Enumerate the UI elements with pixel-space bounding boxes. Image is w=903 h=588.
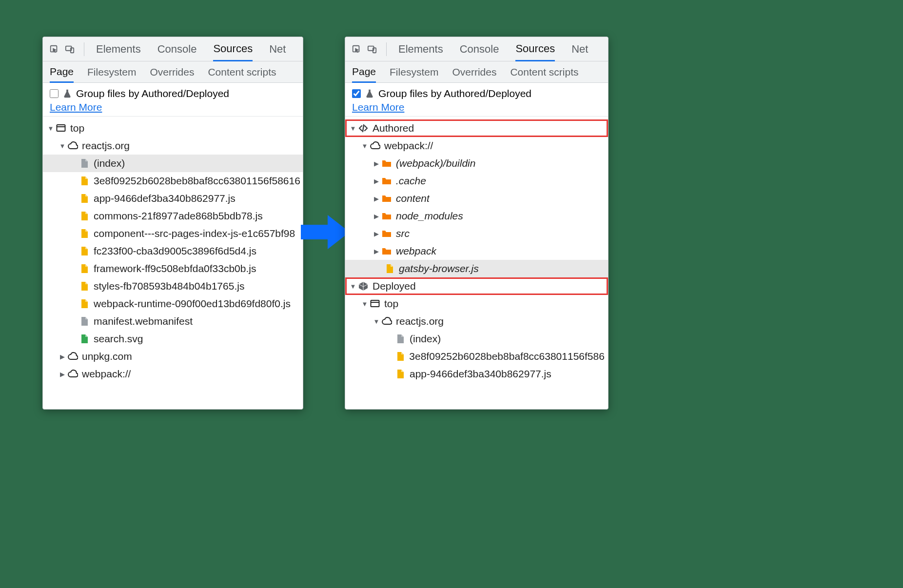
devtools-panel-before: Elements Console Sources Net Page Filesy… <box>42 37 303 410</box>
frame-icon <box>55 123 67 134</box>
tab-sources[interactable]: Sources <box>213 38 253 61</box>
subtab-filesystem[interactable]: Filesystem <box>87 61 136 82</box>
cloud-icon <box>66 140 79 151</box>
inspect-icon[interactable] <box>48 44 60 54</box>
frame-icon <box>369 298 381 309</box>
tree-file[interactable]: 3e8f09252b6028beb8baf8cc63801156f5861 <box>345 348 608 365</box>
subtab-overrides[interactable]: Overrides <box>150 61 194 82</box>
disclosure-down-icon: ▼ <box>361 300 369 308</box>
tab-console[interactable]: Console <box>157 37 197 61</box>
disclosure-right-icon: ▶ <box>373 195 380 202</box>
learn-more-link[interactable]: Learn More <box>50 101 102 113</box>
disclosure-right-icon: ▶ <box>59 353 66 360</box>
tab-network-truncated[interactable]: Net <box>269 37 286 61</box>
device-toolbar-icon[interactable] <box>366 44 378 54</box>
subtab-page[interactable]: Page <box>352 62 376 83</box>
tree-file[interactable]: gatsby-browser.js <box>345 260 608 277</box>
tab-elements[interactable]: Elements <box>96 37 141 61</box>
folder-icon <box>380 158 393 169</box>
disclosure-down-icon: ▼ <box>349 125 357 132</box>
folder-icon <box>380 176 393 186</box>
cloud-icon <box>380 316 393 327</box>
folder-icon <box>380 228 393 239</box>
tree-file[interactable]: 3e8f09252b6028beb8baf8cc63801156f58616 <box>43 172 303 190</box>
tree-domain[interactable]: ▼ reactjs.org <box>43 137 303 155</box>
tree-domain[interactable]: ▼ reactjs.org <box>345 313 608 330</box>
group-by-authored-checkbox[interactable] <box>50 89 59 98</box>
tree-domain-unpkg[interactable]: ▶unpkg.com <box>43 348 303 365</box>
file-icon <box>78 158 91 169</box>
subtab-filesystem[interactable]: Filesystem <box>390 61 438 82</box>
tree-file-index[interactable]: (index) <box>345 330 608 348</box>
divider <box>84 42 84 56</box>
experiment-row: Group files by Authored/Deployed Learn M… <box>43 83 303 117</box>
disclosure-right-icon: ▶ <box>373 160 380 167</box>
file-tree: ▼ top ▼ reactjs.org (index) 3e8f09252b60… <box>43 117 303 388</box>
flask-icon <box>365 89 374 98</box>
group-by-authored-checkbox[interactable] <box>352 89 361 98</box>
file-icon <box>394 351 406 362</box>
tab-console[interactable]: Console <box>460 37 499 61</box>
devtools-top-tabbar: Elements Console Sources Net <box>43 37 303 61</box>
inspect-icon[interactable] <box>350 44 363 54</box>
tree-folder[interactable]: ▶.cache <box>345 172 608 190</box>
disclosure-right-icon: ▶ <box>373 177 380 185</box>
experiment-row: Group files by Authored/Deployed Learn M… <box>345 83 608 117</box>
file-icon <box>78 263 91 274</box>
file-icon <box>78 176 91 186</box>
tree-domain-webpack[interactable]: ▼ webpack:// <box>345 137 608 155</box>
tree-folder[interactable]: ▶content <box>345 190 608 207</box>
cube-icon <box>357 281 370 292</box>
device-toolbar-icon[interactable] <box>63 44 76 54</box>
file-icon <box>78 333 91 344</box>
tree-file[interactable]: app-9466def3ba340b862977.js <box>345 365 608 383</box>
tree-top[interactable]: ▼ top <box>345 295 608 313</box>
tree-file[interactable]: app-9466def3ba340b862977.js <box>43 190 303 207</box>
tree-group-deployed[interactable]: ▼ Deployed <box>345 277 608 295</box>
disclosure-down-icon: ▼ <box>361 142 369 150</box>
learn-more-link[interactable]: Learn More <box>352 101 404 113</box>
subtab-content-scripts[interactable]: Content scripts <box>208 61 276 82</box>
divider <box>386 42 387 56</box>
file-icon <box>394 333 407 344</box>
tree-folder[interactable]: ▶src <box>345 225 608 242</box>
disclosure-right-icon: ▶ <box>59 371 66 378</box>
file-icon <box>78 193 91 204</box>
subtab-overrides[interactable]: Overrides <box>452 61 496 82</box>
tree-top[interactable]: ▼ top <box>43 119 303 137</box>
folder-icon <box>380 211 393 221</box>
tab-sources[interactable]: Sources <box>515 38 555 61</box>
tree-file-manifest[interactable]: manifest.webmanifest <box>43 313 303 330</box>
tree-file[interactable]: styles-fb708593b484b04b1765.js <box>43 277 303 295</box>
file-icon <box>78 228 91 239</box>
tree-folder[interactable]: ▶node_modules <box>345 207 608 225</box>
disclosure-right-icon: ▶ <box>373 213 380 220</box>
tree-file[interactable]: webpack-runtime-090f00ed13bd69fd80f0.js <box>43 295 303 313</box>
file-icon <box>78 246 91 256</box>
experiment-label: Group files by Authored/Deployed <box>378 88 531 99</box>
tab-elements[interactable]: Elements <box>398 37 443 61</box>
code-icon <box>357 123 370 134</box>
experiment-label: Group files by Authored/Deployed <box>76 88 229 99</box>
tree-folder[interactable]: ▶webpack <box>345 242 608 260</box>
folder-icon <box>380 246 393 256</box>
tree-group-authored[interactable]: ▼ Authored <box>345 119 608 137</box>
subtab-page[interactable]: Page <box>50 62 74 83</box>
cloud-icon <box>369 140 381 151</box>
tree-domain-webpack[interactable]: ▶webpack:// <box>43 365 303 383</box>
file-icon <box>78 316 91 327</box>
tree-file[interactable]: framework-ff9c508ebfda0f33cb0b.js <box>43 260 303 277</box>
subtab-content-scripts[interactable]: Content scripts <box>510 61 578 82</box>
tab-network-truncated[interactable]: Net <box>571 37 588 61</box>
tree-file-index[interactable]: (index) <box>43 155 303 172</box>
tree-folder[interactable]: ▶(webpack)/buildin <box>345 155 608 172</box>
sources-sub-tabbar: Page Filesystem Overrides Content script… <box>345 61 608 83</box>
cloud-icon <box>66 369 79 379</box>
tree-file[interactable]: fc233f00-cba3d9005c3896f6d5d4.js <box>43 242 303 260</box>
disclosure-down-icon: ▼ <box>349 283 357 290</box>
tree-file-svg[interactable]: search.svg <box>43 330 303 348</box>
disclosure-down-icon: ▼ <box>47 125 55 132</box>
file-icon <box>78 298 91 309</box>
tree-file[interactable]: commons-21f8977ade868b5bdb78.js <box>43 207 303 225</box>
tree-file[interactable]: component---src-pages-index-js-e1c657bf9… <box>43 225 303 242</box>
